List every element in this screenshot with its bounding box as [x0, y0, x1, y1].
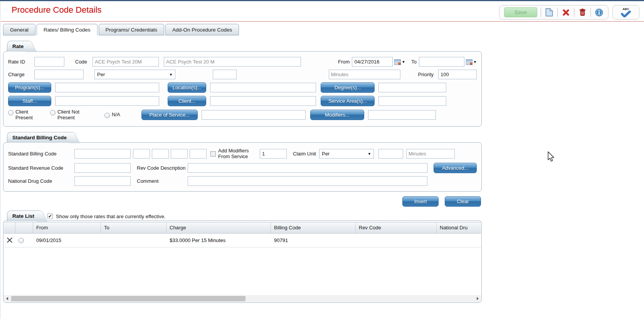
mouse-cursor — [547, 151, 555, 163]
degrees-input[interactable] — [378, 83, 446, 92]
add-modifiers-label: Add Modifiers From Service — [218, 148, 255, 160]
programs-input[interactable] — [55, 83, 159, 92]
column-rev-code[interactable]: Rev Code — [356, 222, 437, 233]
radio-na[interactable]: N/A — [104, 112, 120, 118]
rate-row-1: Rate ID Code From ▼ To — [8, 57, 477, 67]
locations-input[interactable] — [210, 83, 316, 92]
horizontal-scrollbar[interactable] — [4, 295, 481, 302]
unit-count-input[interactable] — [213, 70, 237, 79]
column-charge[interactable]: Charge — [166, 222, 271, 233]
delete-icon[interactable] — [578, 7, 587, 17]
claim-unit-count-input[interactable] — [260, 149, 287, 159]
column-billing-code[interactable]: Billing Code — [271, 222, 356, 233]
priority-input[interactable] — [438, 70, 477, 79]
code-label: Code — [75, 59, 87, 65]
service-areas-button[interactable]: Service Area(s)... — [321, 96, 375, 106]
programs-button[interactable]: Program(s)... — [8, 82, 51, 93]
toolbar-separator — [590, 8, 591, 17]
toolbar-separator — [541, 8, 541, 17]
rate-list-tab-row: Rate List Show only those rates that are… — [3, 210, 482, 221]
spellcheck-icon[interactable]: ABC — [617, 7, 634, 17]
to-date-input[interactable] — [419, 57, 464, 67]
sbc-modifier-3-input[interactable] — [171, 149, 188, 159]
comment-label: Comment — [137, 178, 188, 184]
sbc-input[interactable] — [74, 149, 131, 159]
new-document-icon[interactable] — [545, 7, 554, 17]
scroll-left-button[interactable] — [4, 295, 10, 302]
add-modifiers-checkbox[interactable] — [210, 151, 216, 157]
charge-input[interactable] — [34, 70, 84, 79]
tab-content: Rate Rate ID Code From ▼ — [3, 41, 482, 303]
row-from: 09/01/2015 — [33, 237, 101, 243]
ndc-label: National Drug Code — [8, 178, 74, 184]
tab-general[interactable]: General — [3, 24, 35, 35]
rate-id-label: Rate ID — [8, 59, 31, 65]
client-button[interactable]: Client... — [168, 96, 206, 106]
radio-client-not-present[interactable]: Client Not Present — [50, 109, 84, 121]
from-label: From — [338, 59, 350, 65]
comment-input[interactable] — [188, 176, 427, 186]
sbc-modifier-1-input[interactable] — [133, 149, 150, 159]
spellcheck-abc-label: ABC — [622, 8, 629, 11]
rate-section-tab: Rate — [7, 41, 27, 52]
scroll-right-button[interactable] — [474, 295, 481, 302]
rate-id-input[interactable] — [34, 57, 64, 67]
info-icon[interactable] — [594, 7, 604, 17]
place-of-service-input[interactable] — [202, 110, 306, 120]
scrollbar-thumb[interactable] — [11, 296, 245, 301]
page-header: Procedure Code Details Save — [0, 1, 644, 20]
unit-type-input[interactable] — [329, 70, 400, 79]
table-row[interactable]: 09/01/2015 $33.0000 Per 15 Minutes 90791 — [4, 234, 481, 247]
rev-desc-input[interactable] — [188, 163, 427, 173]
rate-list-panel: From To Charge Billing Code Rev Code Nat… — [3, 220, 482, 303]
clear-button[interactable]: Clear — [445, 196, 481, 207]
row-radio-circle — [18, 238, 24, 243]
sbc-modifier-2-input[interactable] — [152, 149, 169, 159]
tab-programs-credentials[interactable]: Programs/ Credentials — [99, 24, 164, 35]
page-title: Procedure Code Details — [12, 5, 102, 15]
ndc-input[interactable] — [74, 176, 131, 186]
client-input[interactable] — [210, 96, 316, 106]
modifiers-button[interactable]: Modifiers... — [310, 110, 364, 120]
advanced-button[interactable]: Advanced... — [434, 163, 477, 173]
column-from[interactable]: From — [33, 222, 101, 233]
row-select-radio[interactable] — [15, 237, 33, 243]
claim-small-input[interactable] — [378, 149, 403, 159]
claim-minutes-input[interactable] — [406, 149, 455, 159]
locations-button[interactable]: Location(s)... — [168, 82, 206, 93]
save-button[interactable]: Save — [504, 7, 537, 17]
column-national-drug[interactable]: National Dru — [437, 222, 481, 233]
service-areas-input[interactable] — [378, 96, 446, 106]
staff-button[interactable]: Staff... — [8, 96, 51, 106]
cancel-icon[interactable] — [561, 7, 570, 17]
from-date-input[interactable] — [352, 57, 393, 67]
modifiers-input[interactable] — [368, 110, 436, 120]
place-of-service-button[interactable]: Place of Service... — [141, 110, 198, 120]
page-tabs: General Rates/ Billing Codes Programs/ C… — [3, 24, 644, 35]
src-input[interactable] — [74, 163, 131, 173]
effective-rates-label: Show only those rates that are currently… — [56, 214, 165, 219]
radio-client-present[interactable]: Client Present — [8, 109, 35, 121]
toolbar: Save — [499, 5, 639, 20]
column-to[interactable]: To — [101, 222, 166, 233]
effective-rates-checkbox[interactable] — [47, 214, 53, 219]
code-short-input[interactable] — [92, 57, 159, 67]
claim-unit-label: Claim Unit — [293, 151, 316, 157]
radio-label-na: N/A — [112, 112, 120, 118]
scroll-right-icon — [477, 297, 479, 300]
tab-addon-procedure-codes[interactable]: Add-On Procedure Codes — [165, 24, 239, 35]
claim-unit-select[interactable]: Per ▼ — [319, 149, 374, 159]
tab-rates-billing-codes[interactable]: Rates/ Billing Codes — [37, 24, 98, 35]
staff-input[interactable] — [55, 96, 159, 106]
scrollbar-track[interactable] — [10, 295, 474, 302]
code-full-input[interactable] — [164, 57, 301, 67]
row-delete-icon[interactable] — [4, 237, 15, 243]
from-calendar-icon[interactable]: ▼ — [394, 59, 405, 65]
insert-button[interactable]: Insert — [402, 196, 439, 207]
src-label: Standard Revenue Code — [8, 165, 74, 171]
radio-circle-client-not-present — [50, 110, 55, 115]
to-calendar-icon[interactable]: ▼ — [466, 59, 477, 65]
degrees-button[interactable]: Degree(s)... — [321, 82, 375, 93]
sbc-modifier-4-input[interactable] — [190, 149, 207, 159]
charge-per-select[interactable]: Per ▼ — [94, 70, 175, 79]
